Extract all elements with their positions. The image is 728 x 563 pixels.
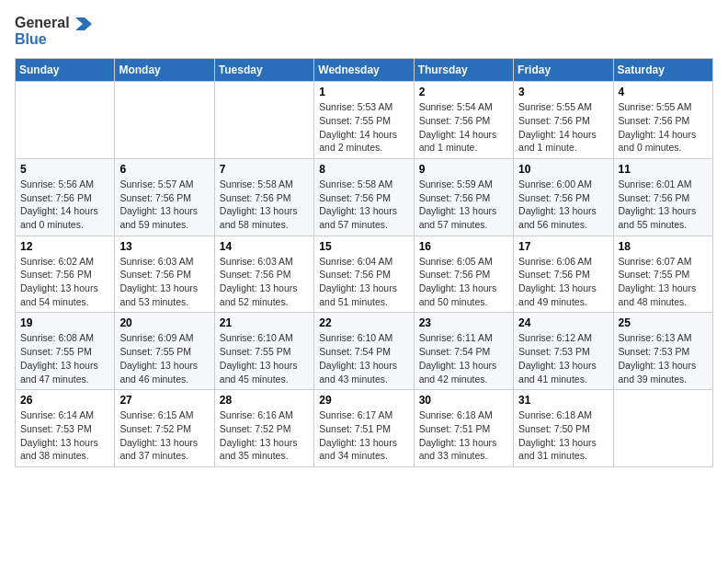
day-cell bbox=[115, 82, 214, 159]
day-detail: Sunrise: 6:16 AM Sunset: 7:52 PM Dayligh… bbox=[220, 408, 309, 463]
sunset-text: Sunset: 7:56 PM bbox=[220, 192, 291, 203]
sunset-text: Sunset: 7:56 PM bbox=[518, 269, 590, 280]
day-number: 3 bbox=[518, 86, 608, 98]
weekday-header-wednesday: Wednesday bbox=[314, 59, 414, 82]
day-cell: 9 Sunrise: 5:59 AM Sunset: 7:56 PM Dayli… bbox=[414, 158, 513, 236]
sunrise-text: Sunrise: 6:10 AM bbox=[220, 332, 293, 343]
sunrise-text: Sunrise: 6:02 AM bbox=[20, 256, 94, 267]
day-cell: 4 Sunrise: 5:55 AM Sunset: 7:56 PM Dayli… bbox=[613, 82, 712, 159]
daylight-text: Daylight: 13 hours and 48 minutes. bbox=[619, 282, 697, 307]
sunset-text: Sunset: 7:56 PM bbox=[119, 269, 191, 280]
daylight-text: Daylight: 13 hours and 34 minutes. bbox=[319, 437, 397, 462]
day-cell: 7 Sunrise: 5:58 AM Sunset: 7:56 PM Dayli… bbox=[214, 158, 313, 236]
sunrise-text: Sunrise: 5:59 AM bbox=[419, 178, 493, 190]
day-number: 1 bbox=[319, 86, 408, 98]
day-number: 27 bbox=[119, 394, 209, 407]
day-number: 12 bbox=[20, 240, 109, 253]
daylight-text: Daylight: 13 hours and 38 minutes. bbox=[20, 437, 98, 462]
day-number: 28 bbox=[220, 394, 309, 407]
daylight-text: Daylight: 13 hours and 33 minutes. bbox=[419, 437, 497, 462]
sunset-text: Sunset: 7:56 PM bbox=[220, 269, 291, 280]
day-cell: 31 Sunrise: 6:18 AM Sunset: 7:50 PM Dayl… bbox=[514, 390, 613, 467]
day-detail: Sunrise: 5:54 AM Sunset: 7:56 PM Dayligh… bbox=[419, 100, 508, 155]
sunset-text: Sunset: 7:56 PM bbox=[119, 192, 191, 203]
daylight-text: Daylight: 14 hours and 2 minutes. bbox=[319, 129, 397, 154]
sunrise-text: Sunrise: 5:55 AM bbox=[518, 101, 592, 112]
sunset-text: Sunset: 7:56 PM bbox=[619, 115, 690, 126]
weekday-header-friday: Friday bbox=[514, 59, 613, 82]
day-detail: Sunrise: 6:03 AM Sunset: 7:56 PM Dayligh… bbox=[119, 255, 209, 309]
day-cell: 27 Sunrise: 6:15 AM Sunset: 7:52 PM Dayl… bbox=[115, 390, 214, 467]
sunset-text: Sunset: 7:55 PM bbox=[619, 269, 690, 280]
day-detail: Sunrise: 6:08 AM Sunset: 7:55 PM Dayligh… bbox=[20, 331, 109, 385]
day-cell: 30 Sunrise: 6:18 AM Sunset: 7:51 PM Dayl… bbox=[414, 390, 513, 467]
sunset-text: Sunset: 7:55 PM bbox=[119, 346, 191, 357]
day-detail: Sunrise: 6:00 AM Sunset: 7:56 PM Dayligh… bbox=[518, 178, 608, 232]
sunrise-text: Sunrise: 6:01 AM bbox=[619, 178, 692, 190]
sunrise-text: Sunrise: 6:11 AM bbox=[419, 332, 493, 343]
sunrise-text: Sunrise: 6:10 AM bbox=[319, 332, 392, 343]
day-detail: Sunrise: 6:02 AM Sunset: 7:56 PM Dayligh… bbox=[20, 255, 109, 309]
day-cell: 26 Sunrise: 6:14 AM Sunset: 7:53 PM Dayl… bbox=[16, 390, 115, 467]
week-row-4: 19 Sunrise: 6:08 AM Sunset: 7:55 PM Dayl… bbox=[16, 313, 713, 390]
day-detail: Sunrise: 6:04 AM Sunset: 7:56 PM Dayligh… bbox=[319, 255, 408, 309]
day-detail: Sunrise: 6:17 AM Sunset: 7:51 PM Dayligh… bbox=[319, 408, 408, 463]
day-cell: 18 Sunrise: 6:07 AM Sunset: 7:55 PM Dayl… bbox=[613, 236, 712, 313]
sunrise-text: Sunrise: 6:18 AM bbox=[419, 409, 493, 420]
week-row-1: 1 Sunrise: 5:53 AM Sunset: 7:55 PM Dayli… bbox=[16, 82, 713, 159]
daylight-text: Daylight: 14 hours and 1 minute. bbox=[419, 129, 497, 154]
weekday-header-row: SundayMondayTuesdayWednesdayThursdayFrid… bbox=[16, 59, 713, 82]
sunrise-text: Sunrise: 6:07 AM bbox=[619, 256, 692, 267]
sunset-text: Sunset: 7:54 PM bbox=[419, 346, 491, 357]
sunrise-text: Sunrise: 5:53 AM bbox=[319, 101, 392, 112]
day-cell bbox=[613, 390, 712, 467]
sunset-text: Sunset: 7:56 PM bbox=[518, 115, 590, 126]
sunset-text: Sunset: 7:55 PM bbox=[20, 346, 92, 357]
sunset-text: Sunset: 7:56 PM bbox=[20, 269, 92, 280]
daylight-text: Daylight: 13 hours and 37 minutes. bbox=[119, 437, 198, 462]
sunset-text: Sunset: 7:56 PM bbox=[319, 192, 391, 203]
sunrise-text: Sunrise: 6:15 AM bbox=[119, 409, 193, 420]
day-number: 8 bbox=[319, 163, 408, 176]
daylight-text: Daylight: 13 hours and 31 minutes. bbox=[518, 437, 597, 462]
sunset-text: Sunset: 7:54 PM bbox=[319, 346, 391, 357]
daylight-text: Daylight: 13 hours and 42 minutes. bbox=[419, 360, 497, 385]
calendar-table: SundayMondayTuesdayWednesdayThursdayFrid… bbox=[15, 58, 713, 467]
day-detail: Sunrise: 6:07 AM Sunset: 7:55 PM Dayligh… bbox=[619, 255, 708, 309]
sunset-text: Sunset: 7:56 PM bbox=[419, 269, 491, 280]
daylight-text: Daylight: 13 hours and 52 minutes. bbox=[220, 282, 298, 307]
day-number: 20 bbox=[119, 316, 209, 329]
day-detail: Sunrise: 6:01 AM Sunset: 7:56 PM Dayligh… bbox=[619, 178, 708, 232]
sunrise-text: Sunrise: 5:57 AM bbox=[119, 178, 193, 190]
daylight-text: Daylight: 13 hours and 49 minutes. bbox=[518, 282, 597, 307]
daylight-text: Daylight: 13 hours and 58 minutes. bbox=[220, 205, 298, 230]
daylight-text: Daylight: 13 hours and 43 minutes. bbox=[319, 360, 397, 385]
sunrise-text: Sunrise: 5:54 AM bbox=[419, 101, 493, 112]
sunset-text: Sunset: 7:56 PM bbox=[518, 192, 590, 203]
sunrise-text: Sunrise: 6:04 AM bbox=[319, 256, 392, 267]
day-detail: Sunrise: 5:58 AM Sunset: 7:56 PM Dayligh… bbox=[319, 178, 408, 232]
day-number: 21 bbox=[220, 316, 309, 329]
weekday-header-monday: Monday bbox=[115, 59, 214, 82]
day-detail: Sunrise: 5:56 AM Sunset: 7:56 PM Dayligh… bbox=[20, 178, 109, 232]
day-number: 22 bbox=[319, 316, 408, 329]
sunset-text: Sunset: 7:53 PM bbox=[518, 346, 590, 357]
sunrise-text: Sunrise: 6:14 AM bbox=[20, 409, 94, 420]
day-cell: 8 Sunrise: 5:58 AM Sunset: 7:56 PM Dayli… bbox=[314, 158, 414, 236]
sunrise-text: Sunrise: 6:17 AM bbox=[319, 409, 392, 420]
daylight-text: Daylight: 13 hours and 55 minutes. bbox=[619, 205, 697, 230]
logo-text: General Blue bbox=[15, 15, 94, 47]
daylight-text: Daylight: 13 hours and 56 minutes. bbox=[518, 205, 597, 230]
day-detail: Sunrise: 5:55 AM Sunset: 7:56 PM Dayligh… bbox=[619, 100, 708, 155]
sunset-text: Sunset: 7:56 PM bbox=[20, 192, 92, 203]
sunrise-text: Sunrise: 6:16 AM bbox=[220, 409, 293, 420]
sunset-text: Sunset: 7:51 PM bbox=[419, 423, 491, 434]
daylight-text: Daylight: 13 hours and 41 minutes. bbox=[518, 360, 597, 385]
day-cell: 1 Sunrise: 5:53 AM Sunset: 7:55 PM Dayli… bbox=[314, 82, 414, 159]
sunrise-text: Sunrise: 6:03 AM bbox=[220, 256, 293, 267]
logo-general: General bbox=[15, 15, 70, 30]
day-number: 9 bbox=[419, 163, 508, 176]
week-row-3: 12 Sunrise: 6:02 AM Sunset: 7:56 PM Dayl… bbox=[16, 236, 713, 313]
day-number: 16 bbox=[419, 240, 508, 253]
day-number: 11 bbox=[619, 163, 708, 176]
